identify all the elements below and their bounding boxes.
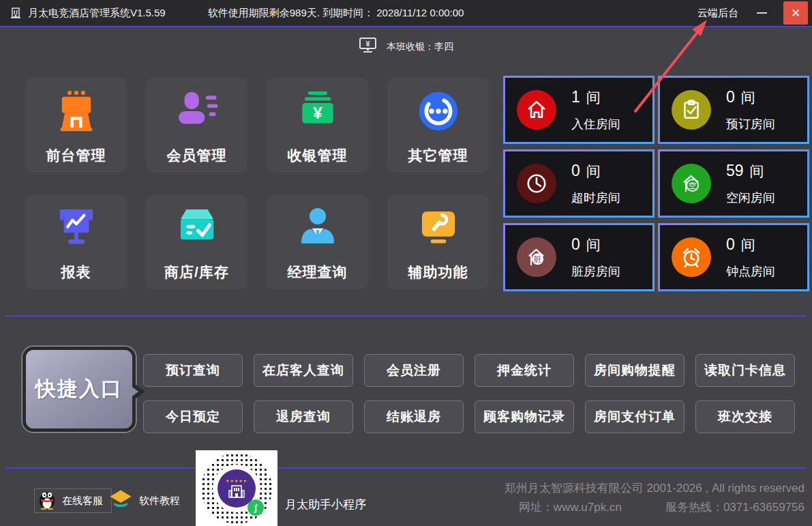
quick-button-reservation-query[interactable]: 预订查询	[143, 354, 243, 387]
tutorial-button[interactable]: 软件教程	[109, 488, 180, 513]
minimize-icon	[757, 12, 767, 14]
room-count: 0	[726, 88, 735, 106]
online-service-button[interactable]: 在线客服	[34, 488, 112, 513]
alarm-clock-icon	[672, 237, 711, 277]
main-button-label: 商店/库存	[164, 263, 229, 282]
tile-label: 钟点房间	[726, 263, 775, 280]
close-icon: ✕	[791, 6, 800, 20]
wrench-monitor-icon	[415, 205, 462, 254]
main-button-other[interactable]: 其它管理	[387, 78, 489, 173]
cashier-row: ¥ 本班收银：李四	[0, 37, 812, 57]
quick-entry-badge: 快捷入口	[22, 347, 136, 432]
quick-button-checkout-query[interactable]: 退房查询	[254, 400, 353, 433]
main-button-label: 辅助功能	[408, 263, 468, 282]
quick-button-room-shopping-reminder[interactable]: 房间购物提醒	[585, 354, 685, 387]
graduation-cap-icon	[109, 489, 132, 512]
mini-program-qr-code: ★★★★★ ∫	[196, 450, 277, 526]
quick-button-customer-purchase-records[interactable]: 顾客购物记录	[475, 400, 574, 433]
room-count: 59	[726, 162, 744, 179]
quick-button-in-house-guest-query[interactable]: 在店客人查询	[254, 354, 353, 387]
main-button-label: 前台管理	[46, 146, 106, 165]
storefront-icon	[53, 88, 100, 137]
qq-penguin-icon	[38, 489, 56, 512]
room-count: 0	[571, 235, 580, 253]
hotline-number: 0371-63659756	[723, 501, 805, 514]
quick-button-shift-handover[interactable]: 班次交接	[695, 400, 795, 433]
room-unit: 间	[750, 163, 764, 179]
cloud-backend-link[interactable]: 云端后台	[697, 7, 738, 20]
main-button-store-stock[interactable]: 商店/库存	[146, 194, 247, 289]
member-icon	[174, 88, 220, 137]
title-bar: 月太电竞酒店管理系统V1.5.59 软件使用期限剩余989天. 到期时间： 20…	[0, 0, 812, 27]
wechat-logo-icon: ∫	[247, 499, 264, 516]
svg-text:空: 空	[689, 181, 697, 190]
vacant-house-icon: 空	[672, 164, 711, 203]
quick-button-today-reservations[interactable]: 今日预定	[143, 400, 243, 433]
main-button-manager-query[interactable]: 经理查询	[267, 194, 368, 289]
quick-buttons-grid: 预订查询 在店客人查询 会员注册 押金统计 房间购物提醒 读取门卡信息 今日预定…	[143, 354, 795, 433]
app-title: 月太电竞酒店管理系统V1.5.59	[28, 7, 166, 20]
tile-hourly-rooms[interactable]: 0间 钟点房间	[658, 223, 809, 291]
svg-text:¥: ¥	[365, 40, 370, 48]
license-info: 软件使用期限剩余989天. 到期时间： 2028/11/12 0:00:00	[208, 7, 464, 20]
room-unit: 间	[586, 89, 601, 105]
main-button-label: 会员管理	[167, 146, 227, 165]
tile-label: 脏房房间	[571, 263, 620, 280]
room-count: 0	[726, 235, 735, 253]
tile-reserved-rooms[interactable]: 0间 预订房间	[658, 76, 809, 144]
website-label: 网址：	[519, 501, 554, 514]
room-unit: 间	[586, 163, 601, 179]
online-service-label: 在线客服	[62, 495, 103, 508]
company-info: 郑州月太智源科技有限公司 2001-2026 , All rights rese…	[505, 479, 805, 517]
clock-icon	[517, 164, 556, 203]
quick-button-read-door-card[interactable]: 读取门卡信息	[695, 354, 795, 387]
cash-icon: ¥	[295, 88, 341, 137]
cashier-label: 本班收银：李四	[387, 41, 453, 53]
app-logo-building-icon	[10, 7, 22, 19]
svg-text:脏: 脏	[534, 254, 542, 263]
quick-entry-title: 快捷入口	[35, 375, 123, 403]
main-button-front-desk[interactable]: 前台管理	[25, 78, 127, 173]
quick-button-deposit-stats[interactable]: 押金统计	[475, 354, 574, 387]
tile-label: 空闲房间	[726, 190, 775, 206]
tile-overtime-rooms[interactable]: 0间 超时房间	[503, 149, 655, 218]
room-unit: 间	[741, 237, 755, 252]
minimize-button[interactable]	[747, 1, 777, 25]
mini-program-label: 月太助手小程序	[285, 497, 366, 512]
ellipsis-circle-icon	[415, 88, 462, 137]
tile-dirty-rooms[interactable]: 脏 0间 脏房房间	[503, 223, 655, 291]
website-url: www.u7pk.cn	[554, 501, 622, 514]
report-board-icon	[53, 205, 100, 254]
tile-label: 预订房间	[726, 116, 775, 132]
tile-label: 超时房间	[571, 190, 620, 206]
main-button-reports[interactable]: 报表	[25, 194, 127, 289]
divider	[5, 315, 807, 317]
dirty-house-icon: 脏	[517, 237, 556, 277]
home-icon	[517, 90, 556, 130]
store-box-icon	[174, 205, 220, 254]
manager-icon	[295, 205, 341, 254]
room-status-grid: 1间 入住房间 0间 预订房间	[503, 76, 809, 291]
tutorial-label: 软件教程	[139, 495, 180, 508]
room-unit: 间	[586, 237, 601, 252]
copyright-line: 郑州月太智源科技有限公司 2001-2026 , All rights rese…	[505, 479, 805, 498]
quick-button-room-payment-orders[interactable]: 房间支付订单	[585, 400, 685, 433]
main-button-label: 报表	[61, 263, 91, 282]
tile-label: 入住房间	[571, 116, 620, 132]
room-count: 0	[571, 162, 580, 179]
divider	[5, 467, 807, 469]
svg-text:¥: ¥	[313, 104, 322, 122]
main-button-label: 经理查询	[288, 263, 348, 282]
main-button-cashier[interactable]: ¥ 收银管理	[267, 78, 368, 173]
main-button-label: 收银管理	[288, 146, 348, 165]
quick-button-settle-checkout[interactable]: 结账退房	[364, 400, 464, 433]
main-button-aux-functions[interactable]: 辅助功能	[387, 194, 489, 289]
tile-vacant-rooms[interactable]: 空 59间 空闲房间	[658, 149, 809, 218]
main-button-members[interactable]: 会员管理	[146, 78, 247, 173]
quick-button-member-register[interactable]: 会员注册	[364, 354, 464, 387]
close-button[interactable]: ✕	[783, 1, 808, 25]
room-count: 1	[571, 88, 580, 106]
main-button-label: 其它管理	[408, 146, 468, 165]
room-unit: 间	[741, 89, 755, 105]
tile-occupied-rooms[interactable]: 1间 入住房间	[503, 76, 655, 144]
